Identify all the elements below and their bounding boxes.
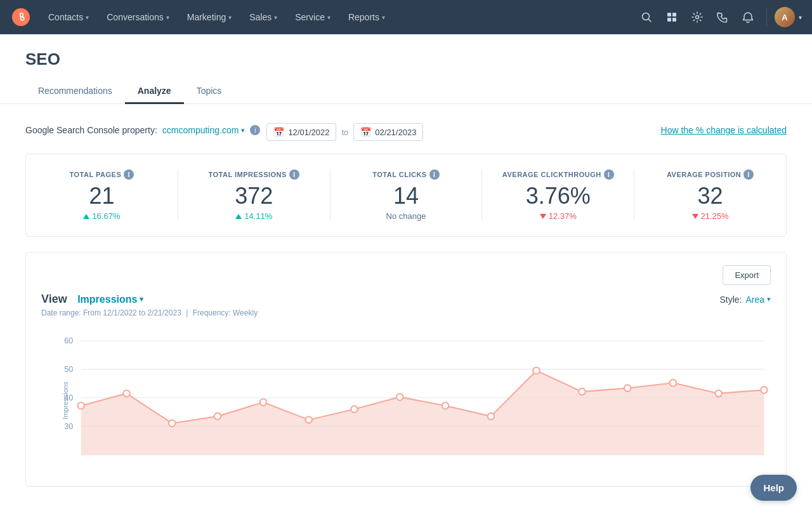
y-axis-label: Impressions [62,381,69,419]
svg-point-1 [21,17,23,20]
metric-total-pages: TOTAL PAGES i 21 16.67% [26,169,178,221]
metric-info-icon[interactable]: i [429,169,440,180]
chevron-down-icon: ▾ [327,14,331,21]
export-button[interactable]: Export [723,265,771,285]
main-content: Google Search Console property: ccmcompu… [0,104,812,502]
svg-point-24 [351,406,357,413]
metric-label-avg-position: AVERAGE POSITION i [647,169,773,180]
top-navigation: Contacts ▾ Conversations ▾ Marketing ▾ S… [0,0,812,34]
pct-change-link[interactable]: How the % change is calculated [661,125,787,135]
gsc-property-dropdown[interactable]: ccmcomputing.com ▾ [162,125,246,135]
hubspot-logo[interactable] [10,6,32,28]
svg-point-27 [488,413,494,420]
metric-change-avg-clickthrough: 12.37% [495,211,621,221]
chevron-down-icon: ▾ [228,14,232,21]
metric-total-impressions: TOTAL IMPRESSIONS i 372 14.11% [178,169,331,221]
date-range-row: 📅 12/01/2022 to 📅 02/21/2023 [266,123,423,141]
metric-value-avg-position: 32 [647,185,773,208]
chevron-down-icon: ▾ [274,14,277,21]
svg-rect-4 [667,13,671,17]
metric-change-total-clicks: No change [343,211,469,221]
metric-label-total-impressions: TOTAL IMPRESSIONS i [191,169,317,180]
chart-view-row: View Impressions ▾ Style: Area ▾ [41,293,771,306]
svg-point-29 [579,388,585,395]
calendar-icon: 📅 [360,127,371,137]
page-title: SEO [25,50,787,69]
nav-item-marketing[interactable]: Marketing ▾ [178,0,240,34]
svg-point-28 [533,367,539,374]
impressions-chart: 60 50 40 30 [41,327,771,473]
metric-info-icon[interactable]: i [289,169,299,180]
arrow-down-icon [692,214,698,219]
svg-point-20 [169,420,175,427]
arrow-up-icon [83,214,89,219]
svg-point-32 [716,390,722,397]
svg-rect-6 [667,18,671,22]
tab-recommendations[interactable]: Recommendations [25,79,125,104]
svg-point-23 [305,416,311,423]
svg-rect-5 [672,13,676,17]
filter-row: Google Search Console property: ccmcompu… [25,119,787,141]
style-dropdown[interactable]: Area ▾ [745,294,771,305]
gsc-info-icon[interactable]: i [250,125,260,135]
date-to-input[interactable]: 📅 02/21/2023 [353,123,423,141]
svg-point-33 [761,387,767,393]
notifications-icon-button[interactable] [737,6,759,28]
svg-point-19 [123,390,129,397]
nav-right: A ▾ [636,6,802,28]
metric-avg-position: AVERAGE POSITION i 32 21.25% [634,169,786,221]
nav-item-service[interactable]: Service ▾ [286,0,339,34]
svg-point-22 [260,399,266,406]
user-avatar[interactable]: A [775,7,795,27]
metric-value-avg-clickthrough: 3.76% [495,185,621,208]
metric-value-total-impressions: 372 [191,185,317,208]
nav-divider [766,8,767,26]
chevron-down-icon: ▾ [140,295,143,303]
metric-value-total-pages: 21 [39,185,165,208]
settings-icon-button[interactable] [686,6,708,28]
chevron-down-icon: ▾ [241,126,245,135]
metric-label-avg-clickthrough: AVERAGE CLICKTHROUGH i [495,169,621,180]
tab-bar: Recommendations Analyze Topics [25,79,787,103]
svg-point-26 [442,402,449,409]
metric-change-avg-position: 21.25% [647,211,773,221]
page-header: SEO Recommendations Analyze Topics [0,34,812,104]
help-button[interactable]: Help [750,475,797,501]
gsc-label: Google Search Console property: [25,125,157,135]
chevron-down-icon: ▾ [166,14,169,21]
page-wrapper: SEO Recommendations Analyze Topics Googl… [0,34,812,516]
nav-item-conversations[interactable]: Conversations ▾ [98,0,178,34]
metric-label-total-pages: TOTAL PAGES i [39,169,165,180]
phone-icon-button[interactable] [712,6,733,28]
date-from-input[interactable]: 📅 12/01/2022 [266,123,336,141]
svg-point-31 [670,380,676,386]
nav-item-sales[interactable]: Sales ▾ [240,0,286,34]
svg-point-21 [214,413,221,420]
svg-line-3 [649,20,652,22]
metric-change-total-pages: 16.67% [39,211,165,221]
chart-card: Export View Impressions ▾ Style: Area ▾ [25,252,787,487]
filter-left: Google Search Console property: ccmcompu… [25,119,423,141]
metric-value-total-clicks: 14 [343,185,469,208]
nav-item-contacts[interactable]: Contacts ▾ [39,0,98,34]
svg-rect-7 [672,18,676,22]
chart-top-row: Export [41,265,771,285]
tab-topics[interactable]: Topics [184,79,235,104]
view-type-dropdown[interactable]: Impressions ▾ [72,294,144,305]
metric-avg-clickthrough: AVERAGE CLICKTHROUGH i 3.76% 12.37% [482,169,634,221]
arrow-up-icon [235,214,242,219]
nav-item-reports[interactable]: Reports ▾ [339,0,394,34]
svg-point-8 [696,16,699,19]
metric-info-icon[interactable]: i [604,169,614,180]
view-label: View [41,293,67,306]
search-icon-button[interactable] [636,6,657,28]
calendar-icon: 📅 [273,127,284,137]
apps-icon-button[interactable] [661,6,683,28]
metric-change-total-impressions: 14.11% [191,211,317,221]
chevron-down-icon: ▾ [86,14,89,21]
style-label: Style: [719,294,742,305]
avatar-chevron-icon[interactable]: ▾ [799,14,802,21]
tab-analyze[interactable]: Analyze [125,79,184,104]
metric-info-icon[interactable]: i [743,169,754,180]
metric-info-icon[interactable]: i [124,169,134,180]
